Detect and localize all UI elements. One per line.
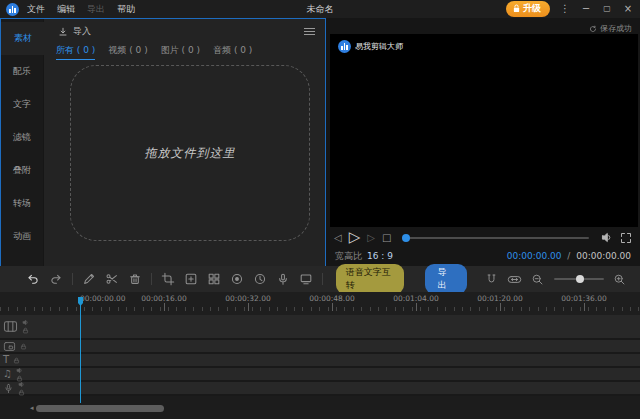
playhead-line[interactable] [80, 297, 81, 403]
freeze-frame-icon[interactable] [230, 272, 244, 287]
stop-icon[interactable]: □ [382, 233, 391, 243]
sidebar-item-music[interactable]: 配乐 [1, 55, 43, 88]
minimize-icon[interactable]: ─ [580, 3, 592, 15]
video-track[interactable] [0, 315, 640, 340]
file-dropzone[interactable]: 拖放文件到这里 [70, 65, 310, 241]
playback-controls: ◁ ▷ ▷ □ [326, 229, 640, 246]
horizontal-scrollbar[interactable]: ◂ [0, 404, 640, 412]
tab-image[interactable]: 图片 ( 0 ) [161, 44, 200, 59]
upgrade-button[interactable]: 升级 [506, 1, 550, 17]
ruler-label: 00:00:16.00 [141, 294, 187, 303]
maximize-icon[interactable]: ▢ [601, 3, 613, 15]
menu-edit[interactable]: 编辑 [57, 3, 75, 16]
save-status-text: 保存成功 [600, 23, 632, 34]
voiceover-track[interactable] [0, 382, 640, 396]
lock-icon[interactable] [18, 389, 25, 396]
magnet-snap-icon[interactable] [485, 272, 498, 287]
pip-track-lane[interactable] [30, 340, 640, 352]
timeline-ruler[interactable]: 00:00:00.00 00:00:16.00 00:00:32.00 00:0… [0, 292, 640, 315]
seek-bar[interactable] [402, 234, 589, 242]
voice-text-convert-button[interactable]: 语音文字互转 [336, 264, 404, 294]
list-view-icon[interactable] [304, 28, 315, 35]
volume-icon[interactable] [600, 231, 613, 244]
edit-icon [82, 272, 96, 287]
toolbar-divider [151, 273, 152, 285]
sidebar-item-transitions[interactable]: 转场 [1, 187, 43, 220]
video-track-lane[interactable] [30, 315, 640, 338]
next-frame-icon: ▷ [367, 233, 375, 243]
timecode-current: 00:00:00.00 [507, 251, 562, 261]
more-menu-icon[interactable]: ⋮ [559, 3, 571, 15]
timeline-zoom-slider[interactable] [554, 275, 604, 283]
app-logo-icon [6, 3, 19, 16]
text-track[interactable]: T [0, 354, 640, 368]
text-track-lane[interactable] [30, 354, 640, 366]
tab-all[interactable]: 所有 ( 0 ) [56, 44, 95, 60]
aspect-ratio-value[interactable]: 16 : 9 [367, 251, 393, 261]
media-panel: 导入 所有 ( 0 ) 视频 ( 0 ) 图片 ( 0 ) 音频 ( 0 ) 拖… [43, 19, 325, 267]
voiceover-track-lane[interactable] [30, 382, 640, 394]
play-icon[interactable]: ▷ [349, 230, 361, 245]
sidebar-item-material[interactable]: 素材 [1, 22, 45, 55]
menu-help[interactable]: 帮助 [117, 3, 135, 16]
toolbar-divider [322, 273, 323, 285]
lock-icon[interactable] [20, 343, 27, 350]
screen-text-icon[interactable] [299, 272, 313, 287]
fullscreen-icon[interactable] [620, 232, 632, 244]
zoom-in-icon[interactable] [613, 272, 626, 287]
sidebar-item-overlays[interactable]: 叠附 [1, 154, 43, 187]
scroll-left-icon[interactable]: ◂ [30, 404, 34, 412]
preview-panel: 保存成功 易我剪辑大师 ◁ ▷ ▷ □ 宽高比 16 : 9 00:00:00.… [326, 18, 640, 268]
tab-video[interactable]: 视频 ( 0 ) [108, 44, 147, 59]
sidebar-item-animation[interactable]: 动画 [1, 220, 43, 253]
export-button[interactable]: 导出 [425, 264, 467, 294]
close-icon[interactable]: × [622, 3, 634, 15]
lock-icon[interactable] [13, 357, 20, 364]
mute-icon[interactable] [16, 367, 23, 374]
fit-timeline-icon[interactable] [507, 272, 522, 287]
mute-icon[interactable] [18, 381, 25, 388]
media-library-panel: 素材 配乐 文字 滤镜 叠附 转场 动画 导入 所有 ( 0 ) 视频 ( 0 … [0, 18, 326, 268]
filmstrip-icon [3, 320, 18, 333]
menu-file[interactable]: 文件 [27, 3, 45, 16]
ruler-major-ticks [80, 303, 640, 311]
ruler-label: 00:01:04.00 [393, 294, 439, 303]
pip-icon [3, 341, 16, 352]
tab-audio[interactable]: 音频 ( 0 ) [213, 44, 252, 59]
crop-icon[interactable] [161, 272, 175, 287]
music-track-lane[interactable] [30, 368, 640, 380]
music-track[interactable]: ♫ [0, 368, 640, 382]
zoom-region-icon[interactable] [184, 272, 198, 287]
timecode-total: 00:00:00.00 [576, 251, 631, 261]
titlebar: 文件 编辑 导出 帮助 未命名 升级 ⋮ ─ ▢ × [0, 0, 640, 18]
previous-frame-icon[interactable]: ◁ [334, 233, 342, 243]
sidebar-item-filters[interactable]: 滤镜 [1, 121, 43, 154]
text-track-icon: T [3, 355, 9, 365]
scrollbar-thumb[interactable] [36, 405, 164, 412]
duration-icon[interactable] [253, 272, 267, 287]
mute-icon[interactable] [22, 319, 29, 326]
redo-icon [49, 272, 63, 287]
import-button[interactable]: 导入 [57, 25, 91, 38]
save-status: 保存成功 [589, 23, 632, 34]
zoom-out-icon[interactable] [531, 272, 544, 287]
split-icon [105, 272, 119, 287]
mic-icon [3, 383, 14, 394]
ruler-label: 00:00:48.00 [309, 294, 355, 303]
seek-track [402, 237, 589, 239]
undo-icon[interactable] [26, 272, 40, 287]
autosave-icon [589, 25, 597, 33]
pip-track[interactable] [0, 340, 640, 354]
ruler-label: 00:00:00.00 [80, 294, 126, 303]
ruler-label: 00:01:36.00 [561, 294, 607, 303]
mosaic-icon[interactable] [207, 272, 221, 287]
ruler-label: 00:01:20.00 [477, 294, 523, 303]
timeline-zoom-handle[interactable] [576, 275, 584, 283]
sidebar-item-text[interactable]: 文字 [1, 88, 43, 121]
lock-icon[interactable] [22, 327, 29, 334]
timecode: 00:00:00.00 / 00:00:00.00 [507, 251, 631, 261]
voiceover-icon[interactable] [276, 272, 290, 287]
seek-handle[interactable] [402, 234, 410, 242]
lock-icon [513, 4, 520, 13]
toolbar-divider [72, 273, 73, 285]
